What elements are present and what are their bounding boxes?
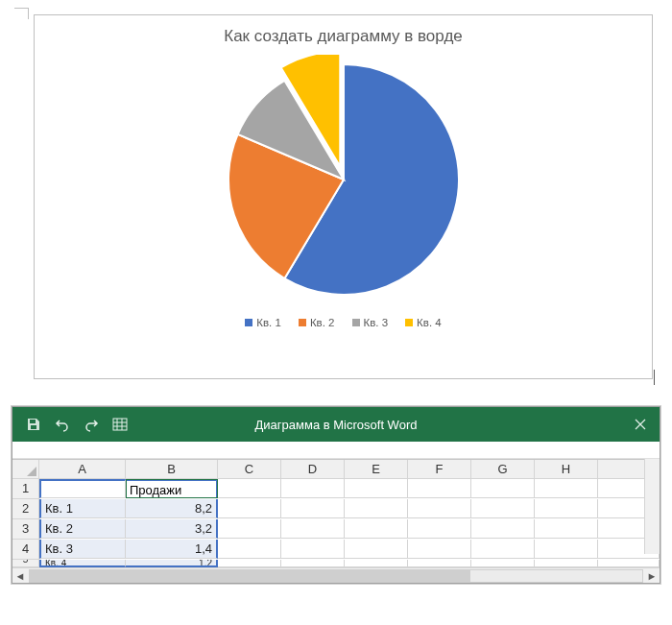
cell[interactable] (598, 560, 660, 567)
legend-item: Кв. 1 (245, 317, 281, 328)
column-header[interactable]: D (281, 460, 345, 479)
cell[interactable] (218, 519, 281, 539)
cell[interactable] (408, 479, 471, 498)
cell[interactable] (345, 519, 408, 539)
svg-rect-0 (113, 419, 127, 430)
cell[interactable] (281, 499, 345, 518)
undo-button[interactable] (53, 415, 72, 434)
cell[interactable] (218, 540, 281, 559)
cell[interactable] (345, 479, 408, 498)
cell[interactable] (39, 479, 126, 498)
legend-swatch (352, 319, 360, 326)
legend-item: Кв. 4 (405, 317, 442, 328)
cell[interactable] (471, 519, 535, 539)
cell[interactable] (535, 479, 598, 498)
cell[interactable] (281, 540, 345, 559)
cell[interactable]: 8,2 (126, 499, 218, 518)
cell[interactable]: 1,2 (126, 560, 218, 567)
cell[interactable] (471, 479, 535, 498)
cell[interactable]: 3,2 (126, 519, 218, 539)
column-header[interactable]: G (471, 460, 535, 479)
scroll-left-icon[interactable]: ◄ (12, 568, 28, 584)
legend-label: Кв. 3 (364, 317, 389, 328)
cell[interactable] (281, 519, 345, 539)
column-header[interactable]: B (126, 460, 218, 479)
cell[interactable] (345, 540, 408, 559)
cell[interactable] (218, 560, 281, 567)
chart-legend: Кв. 1 Кв. 2 Кв. 3 Кв. 4 (245, 309, 441, 334)
cell[interactable] (471, 499, 535, 518)
row-header[interactable]: 3 (12, 519, 39, 540)
pie-chart (214, 50, 473, 309)
chart-title: Как создать диаграмму в ворде (224, 27, 463, 46)
cell[interactable] (535, 540, 598, 559)
spreadsheet-grid[interactable]: A B C D E F G H 1 Продажи (12, 459, 660, 567)
select-all-corner[interactable] (12, 460, 39, 479)
cell[interactable] (218, 479, 281, 498)
cell[interactable]: Кв. 4 (39, 560, 126, 567)
vertical-scrollbar[interactable] (644, 459, 660, 554)
cell[interactable]: 1,4 (126, 540, 218, 559)
legend-item: Кв. 3 (352, 317, 389, 328)
edit-data-button[interactable] (110, 415, 130, 434)
row-header[interactable]: 1 (12, 479, 39, 499)
cell[interactable] (408, 560, 471, 567)
legend-swatch (299, 319, 306, 326)
cell[interactable]: Кв. 1 (39, 499, 126, 518)
save-button[interactable] (24, 415, 43, 434)
cell[interactable] (281, 560, 345, 567)
cell[interactable] (345, 499, 408, 518)
scrollbar-track[interactable] (29, 569, 643, 583)
legend-label: Кв. 1 (256, 317, 281, 328)
row-header[interactable]: 4 (12, 540, 39, 560)
redo-button[interactable] (82, 415, 101, 434)
cell[interactable]: Кв. 3 (39, 540, 126, 559)
cell[interactable] (281, 479, 345, 498)
cell[interactable] (408, 519, 471, 539)
cell[interactable] (345, 560, 408, 567)
cell[interactable] (218, 499, 281, 518)
column-header[interactable]: A (39, 460, 126, 479)
cell[interactable] (535, 519, 598, 539)
legend-label: Кв. 4 (417, 317, 442, 328)
row-header[interactable]: 2 (12, 499, 39, 519)
legend-swatch (405, 319, 413, 326)
horizontal-scrollbar[interactable]: ◄ ► (12, 567, 660, 583)
cell[interactable] (408, 499, 471, 518)
cell[interactable] (535, 560, 598, 567)
cell[interactable] (535, 499, 598, 518)
column-header[interactable]: C (218, 460, 281, 479)
cell[interactable] (471, 540, 535, 559)
cell[interactable] (471, 560, 535, 567)
column-header[interactable]: F (408, 460, 471, 479)
datasheet-window: Диаграмма в Microsoft Word A B C D E F G… (12, 406, 660, 584)
row-header[interactable]: 5 (12, 560, 39, 567)
scroll-right-icon[interactable]: ► (644, 568, 660, 584)
scrollbar-thumb[interactable] (30, 570, 470, 582)
legend-item: Кв. 2 (299, 317, 335, 328)
legend-label: Кв. 2 (310, 317, 335, 328)
text-cursor (654, 370, 655, 385)
cell[interactable] (408, 540, 471, 559)
cell[interactable]: Кв. 2 (39, 519, 126, 539)
cell[interactable]: Продажи (126, 479, 218, 498)
column-header[interactable]: E (345, 460, 408, 479)
column-header[interactable]: H (535, 460, 598, 479)
datasheet-titlebar[interactable]: Диаграмма в Microsoft Word (12, 407, 660, 442)
word-ruler-corner (14, 5, 662, 14)
legend-swatch (245, 319, 252, 326)
close-button[interactable] (621, 407, 660, 442)
chart-container[interactable]: Как создать диаграмму в ворде Кв. 1 Кв. … (34, 14, 653, 379)
